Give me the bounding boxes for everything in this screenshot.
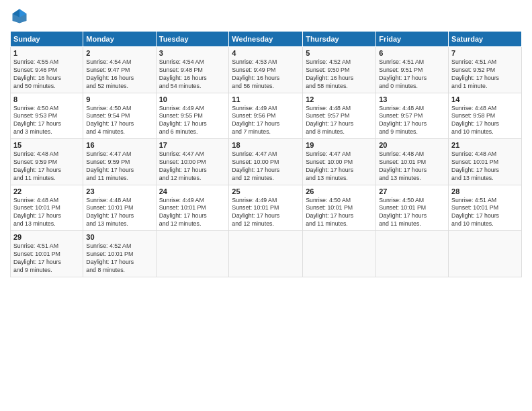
day-info: Sunrise: 4:49 AM Sunset: 9:56 PM Dayligh…: [232, 105, 300, 137]
calendar-cell: 9Sunrise: 4:50 AM Sunset: 9:54 PM Daylig…: [83, 93, 156, 139]
day-info: Sunrise: 4:48 AM Sunset: 10:01 PM Daylig…: [13, 197, 80, 229]
calendar-cell: 19Sunrise: 4:47 AM Sunset: 10:00 PM Dayl…: [303, 139, 376, 185]
day-info: Sunrise: 4:48 AM Sunset: 9:57 PM Dayligh…: [379, 105, 445, 137]
day-info: Sunrise: 4:48 AM Sunset: 9:58 PM Dayligh…: [451, 105, 519, 137]
calendar-table: SundayMondayTuesdayWednesdayThursdayFrid…: [10, 31, 522, 277]
calendar-cell: [449, 231, 522, 277]
calendar-week-1: 1Sunrise: 4:55 AM Sunset: 9:46 PM Daylig…: [11, 47, 522, 93]
day-info: Sunrise: 4:48 AM Sunset: 9:57 PM Dayligh…: [306, 105, 373, 137]
day-number: 17: [159, 141, 226, 149]
logo: [10, 7, 32, 26]
calendar-cell: [303, 231, 376, 277]
day-number: 28: [451, 187, 519, 195]
calendar-cell: 11Sunrise: 4:49 AM Sunset: 9:56 PM Dayli…: [229, 93, 303, 139]
col-header-friday: Friday: [376, 32, 449, 47]
day-number: 30: [86, 233, 152, 241]
calendar-cell: 15Sunrise: 4:48 AM Sunset: 9:59 PM Dayli…: [11, 139, 83, 185]
day-info: Sunrise: 4:48 AM Sunset: 9:59 PM Dayligh…: [13, 150, 80, 183]
day-info: Sunrise: 4:50 AM Sunset: 9:54 PM Dayligh…: [86, 105, 152, 137]
day-number: 24: [159, 187, 226, 195]
calendar-cell: 30Sunrise: 4:52 AM Sunset: 10:01 PM Dayl…: [83, 231, 156, 277]
day-info: Sunrise: 4:51 AM Sunset: 10:01 PM Daylig…: [13, 242, 80, 275]
calendar-cell: 16Sunrise: 4:47 AM Sunset: 9:59 PM Dayli…: [83, 139, 156, 185]
day-number: 2: [86, 49, 152, 57]
logo-icon: [10, 7, 29, 26]
calendar-cell: [229, 231, 303, 277]
day-info: Sunrise: 4:49 AM Sunset: 9:55 PM Dayligh…: [159, 105, 226, 137]
calendar-cell: 12Sunrise: 4:48 AM Sunset: 9:57 PM Dayli…: [303, 93, 376, 139]
col-header-tuesday: Tuesday: [156, 32, 229, 47]
day-info: Sunrise: 4:52 AM Sunset: 9:50 PM Dayligh…: [306, 58, 373, 91]
calendar-cell: 20Sunrise: 4:48 AM Sunset: 10:01 PM Dayl…: [376, 139, 449, 185]
calendar-week-4: 22Sunrise: 4:48 AM Sunset: 10:01 PM Dayl…: [11, 185, 522, 231]
day-number: 5: [306, 49, 373, 57]
calendar-cell: 22Sunrise: 4:48 AM Sunset: 10:01 PM Dayl…: [11, 185, 83, 231]
calendar-cell: 29Sunrise: 4:51 AM Sunset: 10:01 PM Dayl…: [11, 231, 83, 277]
day-number: 25: [232, 187, 300, 195]
col-header-sunday: Sunday: [11, 32, 83, 47]
calendar-cell: 13Sunrise: 4:48 AM Sunset: 9:57 PM Dayli…: [376, 93, 449, 139]
calendar-cell: 4Sunrise: 4:53 AM Sunset: 9:49 PM Daylig…: [229, 47, 303, 93]
day-info: Sunrise: 4:50 AM Sunset: 10:01 PM Daylig…: [379, 197, 445, 229]
column-headers: SundayMondayTuesdayWednesdayThursdayFrid…: [11, 32, 522, 47]
calendar-cell: [376, 231, 449, 277]
day-info: Sunrise: 4:48 AM Sunset: 10:01 PM Daylig…: [451, 150, 519, 183]
day-info: Sunrise: 4:52 AM Sunset: 10:01 PM Daylig…: [86, 242, 152, 275]
day-info: Sunrise: 4:51 AM Sunset: 9:51 PM Dayligh…: [379, 58, 445, 91]
calendar-body: 1Sunrise: 4:55 AM Sunset: 9:46 PM Daylig…: [11, 47, 522, 277]
calendar-week-2: 8Sunrise: 4:50 AM Sunset: 9:53 PM Daylig…: [11, 93, 522, 139]
day-info: Sunrise: 4:47 AM Sunset: 10:00 PM Daylig…: [232, 150, 300, 183]
day-info: Sunrise: 4:51 AM Sunset: 9:52 PM Dayligh…: [451, 58, 519, 91]
calendar-cell: 7Sunrise: 4:51 AM Sunset: 9:52 PM Daylig…: [449, 47, 522, 93]
calendar-cell: 21Sunrise: 4:48 AM Sunset: 10:01 PM Dayl…: [449, 139, 522, 185]
col-header-thursday: Thursday: [303, 32, 376, 47]
day-info: Sunrise: 4:50 AM Sunset: 10:01 PM Daylig…: [306, 197, 373, 229]
day-info: Sunrise: 4:48 AM Sunset: 10:01 PM Daylig…: [86, 197, 152, 229]
day-info: Sunrise: 4:54 AM Sunset: 9:47 PM Dayligh…: [86, 58, 152, 91]
calendar-cell: 28Sunrise: 4:51 AM Sunset: 10:01 PM Dayl…: [449, 185, 522, 231]
day-info: Sunrise: 4:47 AM Sunset: 10:00 PM Daylig…: [159, 150, 226, 183]
col-header-wednesday: Wednesday: [229, 32, 303, 47]
calendar-cell: 23Sunrise: 4:48 AM Sunset: 10:01 PM Dayl…: [83, 185, 156, 231]
calendar-week-3: 15Sunrise: 4:48 AM Sunset: 9:59 PM Dayli…: [11, 139, 522, 185]
day-number: 3: [159, 49, 226, 57]
day-number: 11: [232, 95, 300, 103]
day-info: Sunrise: 4:53 AM Sunset: 9:49 PM Dayligh…: [232, 58, 300, 91]
day-number: 1: [13, 49, 80, 57]
day-info: Sunrise: 4:48 AM Sunset: 10:01 PM Daylig…: [379, 150, 445, 183]
calendar-cell: 14Sunrise: 4:48 AM Sunset: 9:58 PM Dayli…: [449, 93, 522, 139]
calendar-cell: 1Sunrise: 4:55 AM Sunset: 9:46 PM Daylig…: [11, 47, 83, 93]
calendar-cell: 18Sunrise: 4:47 AM Sunset: 10:00 PM Dayl…: [229, 139, 303, 185]
col-header-saturday: Saturday: [449, 32, 522, 47]
day-info: Sunrise: 4:50 AM Sunset: 9:53 PM Dayligh…: [13, 105, 80, 137]
calendar-week-5: 29Sunrise: 4:51 AM Sunset: 10:01 PM Dayl…: [11, 231, 522, 277]
day-number: 6: [379, 49, 445, 57]
day-number: 12: [306, 95, 373, 103]
page-header: [10, 7, 522, 26]
calendar-cell: 2Sunrise: 4:54 AM Sunset: 9:47 PM Daylig…: [83, 47, 156, 93]
day-number: 16: [86, 141, 152, 149]
calendar-cell: 8Sunrise: 4:50 AM Sunset: 9:53 PM Daylig…: [11, 93, 83, 139]
calendar-cell: 27Sunrise: 4:50 AM Sunset: 10:01 PM Dayl…: [376, 185, 449, 231]
day-number: 7: [451, 49, 519, 57]
day-number: 4: [232, 49, 300, 57]
day-info: Sunrise: 4:51 AM Sunset: 10:01 PM Daylig…: [451, 197, 519, 229]
day-number: 20: [379, 141, 445, 149]
day-number: 22: [13, 187, 80, 195]
day-number: 8: [13, 95, 80, 103]
calendar-cell: 25Sunrise: 4:49 AM Sunset: 10:01 PM Dayl…: [229, 185, 303, 231]
day-number: 15: [13, 141, 80, 149]
calendar-cell: [156, 231, 229, 277]
day-number: 13: [379, 95, 445, 103]
calendar-cell: 3Sunrise: 4:54 AM Sunset: 9:48 PM Daylig…: [156, 47, 229, 93]
calendar-cell: 17Sunrise: 4:47 AM Sunset: 10:00 PM Dayl…: [156, 139, 229, 185]
day-info: Sunrise: 4:49 AM Sunset: 10:01 PM Daylig…: [232, 197, 300, 229]
day-number: 9: [86, 95, 152, 103]
day-info: Sunrise: 4:47 AM Sunset: 10:00 PM Daylig…: [306, 150, 373, 183]
col-header-monday: Monday: [83, 32, 156, 47]
day-number: 14: [451, 95, 519, 103]
day-number: 19: [306, 141, 373, 149]
day-info: Sunrise: 4:54 AM Sunset: 9:48 PM Dayligh…: [159, 58, 226, 91]
calendar-cell: 6Sunrise: 4:51 AM Sunset: 9:51 PM Daylig…: [376, 47, 449, 93]
day-number: 27: [379, 187, 445, 195]
